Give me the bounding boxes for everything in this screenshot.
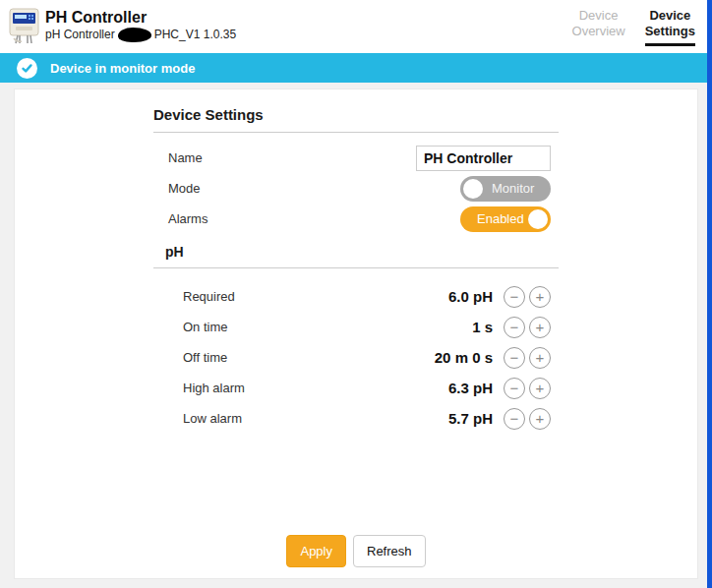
ph-controller-device-icon [8, 6, 40, 47]
tab-device-settings[interactable]: Device Settings [645, 8, 695, 46]
refresh-button[interactable]: Refresh [353, 535, 426, 567]
section-heading-device-settings: Device Settings [153, 106, 559, 133]
on-time-increment-button[interactable]: + [529, 317, 551, 338]
device-settings-panel: Device Settings Name Mode Monitor Alarms [14, 88, 698, 579]
high-alarm-value: 6.3 pH [448, 380, 493, 396]
alarms-label: Alarms [168, 211, 460, 226]
general-settings-group: Name Mode Monitor Alarms Enabled [153, 143, 559, 234]
mode-toggle[interactable]: Monitor [460, 176, 551, 202]
on-time-value: 1 s [472, 319, 493, 335]
mode-row: Mode Monitor [153, 173, 559, 204]
name-row: Name [153, 143, 559, 173]
settings-content: Device Settings Name Mode Monitor Alarms [153, 89, 559, 434]
low-alarm-increment-button[interactable]: + [529, 408, 551, 430]
off-time-value: 20 m 0 s [435, 349, 493, 366]
tab-bar: Device Overview Device Settings [572, 0, 695, 53]
status-banner: Device in monitor mode [0, 53, 707, 83]
required-increment-button[interactable]: + [529, 286, 551, 308]
name-label: Name [168, 150, 416, 165]
page-subtitle: pH Controller PHC_V1 1.0.35 [45, 27, 236, 42]
toggle-knob [528, 209, 548, 229]
alarms-toggle[interactable]: Enabled [460, 206, 551, 232]
required-row: Required 6.0 pH − + [153, 281, 559, 312]
high-alarm-label: High alarm [183, 381, 448, 395]
required-decrement-button[interactable]: − [504, 286, 525, 308]
required-label: Required [183, 289, 448, 304]
status-banner-text: Device in monitor mode [50, 61, 195, 76]
on-time-label: On time [183, 320, 472, 334]
section-heading-ph: pH [153, 244, 559, 268]
low-alarm-decrement-button[interactable]: − [504, 408, 525, 430]
device-identity: PH Controller pH Controller PHC_V1 1.0.3… [8, 0, 236, 53]
high-alarm-increment-button[interactable]: + [529, 378, 551, 399]
alarms-row: Alarms Enabled [153, 204, 559, 234]
action-button-row: Apply Refresh [15, 535, 697, 578]
on-time-row: On time 1 s − + [153, 312, 559, 342]
redacted-serial-blob [118, 28, 151, 42]
high-alarm-decrement-button[interactable]: − [504, 378, 525, 399]
name-input[interactable] [416, 146, 551, 171]
alarms-toggle-label: Enabled [477, 211, 524, 226]
on-time-decrement-button[interactable]: − [504, 317, 525, 338]
ph-settings-group: Required 6.0 pH − + On time 1 s − + Off … [153, 281, 559, 434]
titles: PH Controller pH Controller PHC_V1 1.0.3… [45, 6, 236, 42]
page-title: PH Controller [45, 8, 236, 27]
mode-label: Mode [168, 181, 460, 196]
off-time-label: Off time [183, 350, 435, 365]
off-time-increment-button[interactable]: + [529, 347, 551, 369]
tab-device-overview[interactable]: Device Overview [572, 8, 625, 43]
mode-toggle-label: Monitor [492, 181, 534, 196]
off-time-row: Off time 20 m 0 s − + [153, 342, 559, 373]
app-window: PH Controller pH Controller PHC_V1 1.0.3… [0, 0, 712, 588]
apply-button[interactable]: Apply [286, 535, 346, 567]
header: PH Controller pH Controller PHC_V1 1.0.3… [0, 0, 707, 53]
low-alarm-label: Low alarm [183, 411, 448, 426]
off-time-decrement-button[interactable]: − [504, 347, 525, 369]
required-value: 6.0 pH [448, 288, 493, 305]
low-alarm-value: 5.7 pH [448, 410, 493, 427]
low-alarm-row: Low alarm 5.7 pH − + [153, 403, 559, 434]
high-alarm-row: High alarm 6.3 pH − + [153, 373, 559, 403]
subtitle-firmware-version: PHC_V1 1.0.35 [154, 27, 236, 42]
toggle-knob [463, 179, 483, 199]
check-circle-icon [17, 58, 37, 79]
subtitle-device-name: pH Controller [45, 27, 115, 42]
